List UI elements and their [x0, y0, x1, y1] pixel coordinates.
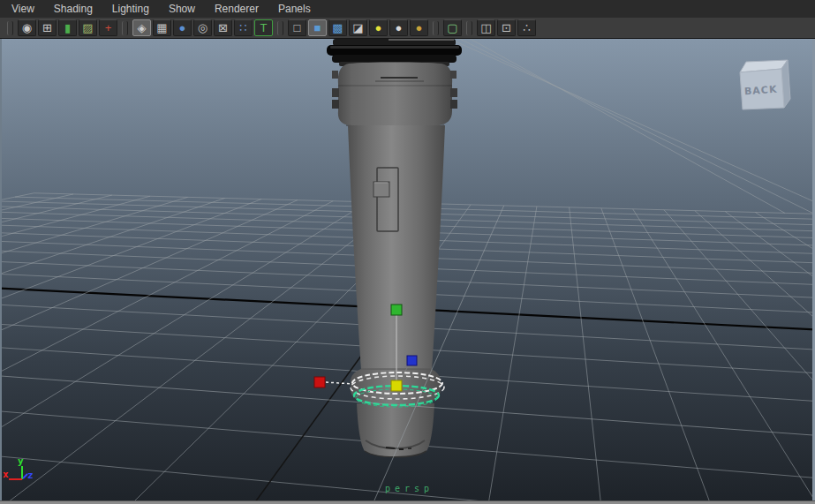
safe-title-icon[interactable]: T	[254, 19, 273, 36]
field-chart-icon[interactable]: ⊠	[214, 19, 232, 36]
xray-mode-icon[interactable]: ◫	[477, 19, 495, 36]
wireframe-mode-icon[interactable]: □	[288, 19, 306, 36]
exposure-icon[interactable]: ⊡	[497, 19, 516, 36]
scale-x-handle[interactable]	[314, 377, 325, 387]
viewport-3d[interactable]: BACK y x z persp	[0, 39, 815, 500]
viewport-border-left	[0, 39, 2, 500]
switch-button-detail	[374, 182, 389, 197]
view-cube[interactable]: BACK	[740, 60, 790, 109]
camera-attributes-icon[interactable]: ⊞	[38, 19, 57, 36]
toolbar-separator	[433, 21, 439, 35]
menu-shading[interactable]: Shading	[44, 1, 102, 18]
textured-mode-icon[interactable]: ▩	[328, 19, 347, 36]
panel-icon-toolbar: ◉⊞▮▨+◈▦●◎⊠∷T□■▩◪●●●▢◫⊡∴	[0, 18, 815, 39]
bookmark-icon[interactable]: ▮	[58, 19, 77, 36]
panel-menu-bar: View Shading Lighting Show Renderer Pane…	[0, 0, 815, 18]
scale-z-handle[interactable]	[407, 356, 417, 365]
connections-icon[interactable]: ∴	[517, 19, 536, 36]
toolbar-separator	[277, 21, 283, 35]
viewport-canvas[interactable]: BACK y x z persp	[0, 39, 815, 500]
use-all-lights-icon[interactable]: ◪	[349, 19, 367, 36]
select-tool-icon[interactable]: ▢	[443, 19, 462, 36]
menu-lighting[interactable]: Lighting	[102, 1, 159, 18]
axis-x-label: x	[3, 469, 9, 480]
view-cube-label[interactable]: BACK	[744, 84, 778, 98]
frame-selected-icon[interactable]: +	[99, 19, 117, 36]
safe-action-icon[interactable]: ∷	[234, 19, 253, 36]
menu-view[interactable]: View	[2, 1, 44, 18]
default-light-icon[interactable]: ●	[369, 19, 388, 36]
resolution-gate-icon[interactable]: ●	[173, 19, 192, 36]
menu-show[interactable]: Show	[159, 1, 205, 18]
toolbar-separator	[466, 21, 472, 35]
menu-panels[interactable]: Panels	[268, 1, 321, 18]
toolbar-separator	[7, 21, 13, 35]
axis-y-label: y	[18, 455, 24, 467]
menu-renderer[interactable]: Renderer	[205, 1, 268, 18]
scale-center-handle[interactable]	[391, 380, 402, 391]
scale-y-handle[interactable]	[391, 305, 402, 315]
image-plane-icon[interactable]: ▨	[79, 19, 97, 36]
maya-viewport-window: View Shading Lighting Show Renderer Pane…	[0, 0, 815, 504]
gate-mask-icon[interactable]: ◎	[193, 19, 212, 36]
flat-light-icon[interactable]: ●	[389, 19, 408, 36]
axis-z-label: z	[27, 470, 34, 481]
shaded-mode-icon[interactable]: ■	[308, 19, 327, 36]
isolate-select-icon[interactable]: ◈	[132, 19, 151, 36]
window-bottom-edge	[0, 500, 815, 504]
camera-name-label: persp	[385, 484, 434, 493]
key-light-icon[interactable]: ●	[410, 19, 428, 36]
toolbar-separator	[122, 21, 128, 35]
film-gate-icon[interactable]: ▦	[153, 19, 171, 36]
select-camera-icon[interactable]: ◉	[18, 19, 36, 36]
